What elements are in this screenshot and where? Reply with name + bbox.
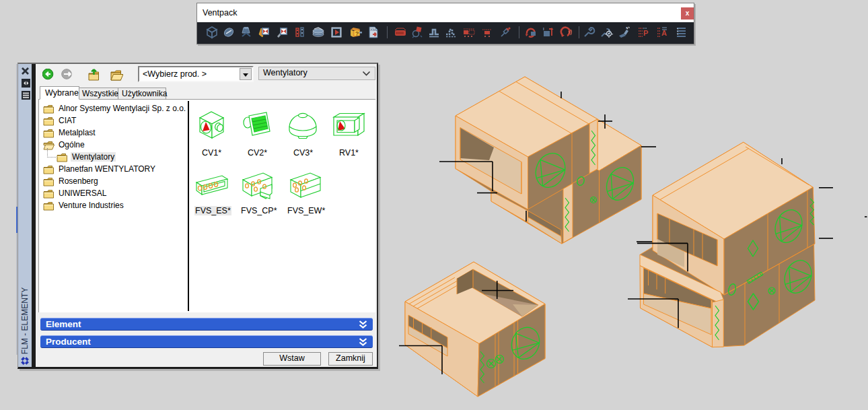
svg-text:P: P bbox=[643, 29, 648, 37]
svg-text:XML: XML bbox=[370, 28, 377, 32]
svg-text:A: A bbox=[661, 29, 667, 37]
svg-text:×: × bbox=[626, 26, 628, 30]
svg-text:?: ? bbox=[355, 30, 359, 37]
svg-text:I: I bbox=[543, 27, 544, 31]
